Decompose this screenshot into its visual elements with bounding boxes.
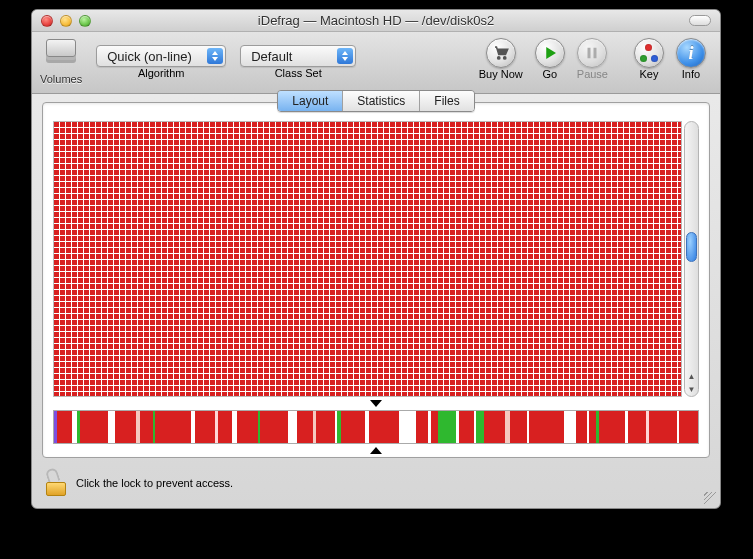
volumes-button[interactable]: Volumes <box>40 35 82 85</box>
tab-layout[interactable]: Layout <box>278 91 342 111</box>
toolbar-toggle-pill[interactable] <box>689 15 711 26</box>
algorithm-popup[interactable]: Quick (on-line) <box>96 45 226 67</box>
window-minimize-button[interactable] <box>60 15 72 27</box>
window-close-button[interactable] <box>41 15 53 27</box>
overview-stripe <box>108 411 115 443</box>
tab-files[interactable]: Files <box>419 91 473 111</box>
overview-stripe <box>155 411 191 443</box>
overview-stripe <box>297 411 313 443</box>
key-label: Key <box>640 68 659 80</box>
cart-icon <box>486 38 516 68</box>
go-button[interactable]: Go <box>535 35 565 80</box>
overview-stripe <box>529 411 564 443</box>
overview-marker-top-icon <box>370 400 382 407</box>
disk-overview-strip[interactable] <box>53 407 699 447</box>
block-map[interactable] <box>53 121 682 397</box>
app-window: iDefrag — Macintosh HD — /dev/disk0s2 Vo… <box>31 9 721 509</box>
overview-stripe <box>438 411 456 443</box>
content-pane: Layout Statistics Files ▲ ▼ <box>42 102 710 458</box>
volumes-label: Volumes <box>40 73 82 85</box>
classset-label: Class Set <box>275 67 322 79</box>
buy-now-button[interactable]: Buy Now <box>479 35 523 80</box>
info-label: Info <box>682 68 700 80</box>
overview-stripe <box>459 411 473 443</box>
scroll-down-arrow-icon[interactable]: ▼ <box>685 383 698 396</box>
overview-stripe <box>218 411 232 443</box>
overview-stripe <box>431 411 438 443</box>
color-key-icon <box>634 38 664 68</box>
scrollbar-thumb[interactable] <box>686 232 697 262</box>
overview-stripe <box>599 411 625 443</box>
pause-button: Pause <box>577 35 608 80</box>
overview-stripe <box>369 411 399 443</box>
toolbar: Volumes Quick (on-line) Algorithm Defaul… <box>32 32 720 94</box>
info-icon: i <box>676 38 706 68</box>
title-bar[interactable]: iDefrag — Macintosh HD — /dev/disk0s2 <box>32 10 720 32</box>
classset-popup[interactable]: Default <box>240 45 356 67</box>
svg-rect-2 <box>594 48 597 59</box>
play-icon <box>535 38 565 68</box>
overview-stripe <box>115 411 136 443</box>
lock-row: Click the lock to prevent access. <box>46 470 233 496</box>
classset-group: Default Class Set <box>240 35 356 79</box>
overview-stripe <box>288 411 298 443</box>
popup-arrows-icon <box>207 48 223 64</box>
overview-stripe <box>260 411 288 443</box>
go-label: Go <box>542 68 557 80</box>
overview-stripe <box>237 411 258 443</box>
overview-strip[interactable] <box>53 410 699 444</box>
drive-stack-icon <box>44 35 78 71</box>
overview-stripe <box>476 411 484 443</box>
block-map-area: ▲ ▼ <box>53 121 699 397</box>
overview-stripe <box>80 411 108 443</box>
algorithm-group: Quick (on-line) Algorithm <box>96 35 226 79</box>
popup-arrows-icon <box>337 48 353 64</box>
overview-stripe <box>57 411 72 443</box>
overview-stripe <box>510 411 527 443</box>
overview-stripe <box>564 411 576 443</box>
algorithm-value: Quick (on-line) <box>107 49 192 64</box>
window-title: iDefrag — Macintosh HD — /dev/disk0s2 <box>32 13 720 28</box>
view-tabs: Layout Statistics Files <box>277 90 474 112</box>
algorithm-label: Algorithm <box>138 67 184 79</box>
overview-stripe <box>576 411 587 443</box>
overview-stripe <box>484 411 505 443</box>
overview-stripe <box>649 411 677 443</box>
key-button[interactable]: Key <box>634 35 664 80</box>
scroll-up-arrow-icon[interactable]: ▲ <box>685 370 698 383</box>
lock-text: Click the lock to prevent access. <box>76 477 233 489</box>
overview-stripe <box>140 411 152 443</box>
window-resize-handle[interactable] <box>704 492 717 505</box>
overview-stripe <box>679 411 698 443</box>
overview-stripe <box>195 411 215 443</box>
pause-icon <box>577 38 607 68</box>
overview-stripe <box>316 411 335 443</box>
overview-stripe <box>399 411 416 443</box>
pause-label: Pause <box>577 68 608 80</box>
tab-statistics[interactable]: Statistics <box>342 91 419 111</box>
buy-now-label: Buy Now <box>479 68 523 80</box>
overview-stripe <box>416 411 428 443</box>
overview-stripe <box>341 411 365 443</box>
svg-rect-1 <box>588 48 591 59</box>
unlocked-padlock-icon[interactable] <box>46 470 68 496</box>
overview-marker-bottom-icon <box>370 447 382 454</box>
window-zoom-button[interactable] <box>79 15 91 27</box>
svg-marker-0 <box>546 47 556 59</box>
info-button[interactable]: i Info <box>676 35 706 80</box>
vertical-scrollbar[interactable]: ▲ ▼ <box>684 121 699 397</box>
classset-value: Default <box>251 49 292 64</box>
overview-stripe <box>628 411 646 443</box>
